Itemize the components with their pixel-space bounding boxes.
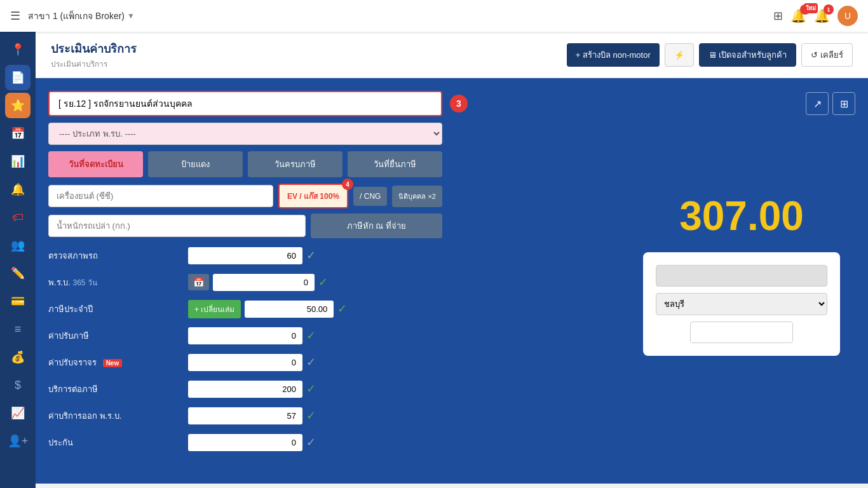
calendar-button[interactable]: 📅 [188,274,209,290]
sidebar-item-location[interactable]: 📍 [5,37,31,62]
annual-tax-check-icon: ✓ [337,302,347,316]
field-input-wrap-insurance: ✓ [188,434,506,451]
prb-check-icon: ✓ [318,275,328,289]
field-input-wrap-issue-prb: ✓ [188,407,506,424]
inspect-input[interactable] [188,247,302,264]
notification-alert[interactable]: 🔔 1 [814,8,830,24]
red-plate-button[interactable]: ป้ายแดง [148,151,243,177]
change-book-button[interactable]: + เปลี่ยนเล่ม [188,300,241,318]
content-wrapper: 3 ↗ ⊞ ---- ประเภท พ.รบ. ---- วันที่จดทะเ… [48,91,855,454]
annual-tax-input[interactable] [245,301,334,318]
sidebar-item-dollar[interactable]: $ [5,372,31,398]
juristic-button[interactable]: นิติบุคคล ×2 [392,186,442,207]
form-area: 3 ↗ ⊞ ---- ประเภท พ.รบ. ---- วันที่จดทะเ… [36,78,868,484]
field-input-wrap-inspect: ✓ [188,247,506,264]
traffic-fine-input[interactable] [188,354,302,371]
tax-fine-check-icon: ✓ [306,329,316,342]
topnav-right: ⊞ 🔔 1 ใหม่ 🔔 1 U [773,6,858,26]
plate-top-input[interactable] [656,265,827,287]
inspect-check-icon: ✓ [306,248,316,262]
sidebar-item-calendar[interactable]: 📅 [5,121,31,146]
sidebar-item-list[interactable]: ≡ [5,316,31,342]
insurance-input[interactable] [188,434,302,451]
table-row: บริการต่อภาษี ✓ [48,377,506,401]
export-icon-button[interactable]: ↗ [806,92,829,115]
field-input-wrap-tax-fine: ✓ [188,327,506,344]
sidebar-item-star[interactable]: ⭐ [5,93,31,118]
search-input-wrap: 3 [48,91,442,116]
field-input-wrap-service-tax: ✓ [188,381,506,398]
field-label-insurance: ประกัน [48,436,188,449]
grid-view-icon-button[interactable]: ⊞ [832,92,855,115]
weight-input[interactable] [48,215,306,237]
right-panel: 307.00 ชลบุรี [643,193,840,356]
tax-fine-input[interactable] [188,327,302,344]
topnav: ☰ สาขา 1 (แพ็กเกจ Broker) ▼ ⊞ 🔔 1 ใหม่ 🔔… [0,0,868,32]
sidebar-item-users[interactable]: 👥 [5,233,31,258]
branch-label: สาขา 1 (แพ็กเกจ Broker) ▼ [28,9,135,23]
flash-button[interactable]: ⚡ [665,43,694,67]
engine-cc-input[interactable] [48,185,273,207]
search-badge: 3 [450,95,468,112]
sidebar-item-chart[interactable]: 📊 [5,149,31,174]
sidebar-item-barchart[interactable]: 📈 [5,400,31,426]
create-bill-button[interactable]: + สร้างบิล non-motor [567,43,660,67]
ev-button-wrap: EV / แก๊ส 100% 4 [278,184,348,208]
table-row: พ.ร.บ. 365 วัน 📅 ✓ [48,270,506,294]
date-row: วันที่จดทะเบียน ป้ายแดง วันครบภาษี วันที… [48,151,442,177]
grid-icon[interactable]: ⊞ [773,9,783,23]
clear-button[interactable]: ↺ เคลียร์ [801,43,853,67]
page-title-block: ประเมินค่าบริการ ประเมินค่าบริการ [51,39,137,70]
engine-row: EV / แก๊ส 100% 4 / CNG นิติบุคคล ×2 [48,184,442,208]
weight-row: ภาษีหัก ณ ที่จ่าย [48,214,442,238]
service-tax-input[interactable] [188,381,302,398]
table-row: ประกัน ✓ [48,430,506,454]
sidebar-item-adduser[interactable]: 👤+ [5,428,31,454]
table-row: ค่าบริการออก พ.ร.บ. ✓ [48,403,506,428]
field-input-wrap-traffic-fine: ✓ [188,354,506,371]
page-subtitle: ประเมินค่าบริการ [51,58,137,70]
form-top-icons: ↗ ⊞ [806,92,855,115]
cng-button[interactable]: / CNG [353,187,387,206]
ev-button[interactable]: EV / แก๊ส 100% [278,184,348,208]
sidebar-item-money[interactable]: 💰 [5,344,31,370]
field-label-traffic-fine: ค่าปรับจราจร New [48,356,188,369]
sidebar-item-edit[interactable]: ✏️ [5,261,31,286]
issue-prb-input[interactable] [188,407,302,424]
page-header: ประเมินค่าบริการ ประเมินค่าบริการ + สร้า… [36,32,868,78]
submit-date-button[interactable]: วันที่ยื่นภาษี [348,151,442,177]
search-input[interactable] [48,91,442,116]
dropdown-row: ---- ประเภท พ.รบ. ---- [48,123,442,145]
tax-deduct-button[interactable]: ภาษีหัก ณ ที่จ่าย [311,214,442,238]
notification-bell[interactable]: 🔔 1 ใหม่ [790,8,806,24]
table-row: ภาษีประจำปี + เปลี่ยนเล่ม ✓ [48,297,506,321]
table-row: ค่าปรับภาษี ✓ [48,323,506,348]
plate-box: ชลบุรี [643,252,840,356]
main-content: ประเมินค่าบริการ ประเมินค่าบริการ + สร้า… [36,32,868,488]
expire-date-button[interactable]: วันครบภาษี [248,151,342,177]
menu-icon[interactable]: ☰ [10,9,20,23]
province-select[interactable]: ชลบุรี [656,293,827,315]
field-rows: ตรวจสภาพรถ ✓ พ.ร.บ. 365 วัน 📅 [48,243,506,454]
insurance-check-icon: ✓ [306,435,316,449]
main-layout: 📍 📄 ⭐ 📅 📊 🔔 🏷 👥 ✏️ 💳 ≡ 💰 $ 📈 👤+ ประเมินค… [0,32,868,488]
search-row: 3 ↗ ⊞ [48,91,855,116]
prb-type-select[interactable]: ---- ประเภท พ.รบ. ---- [48,123,442,145]
prb-input[interactable] [213,274,315,291]
sidebar-item-bell[interactable]: 🔔 [5,177,31,202]
table-row: ตรวจสภาพรถ ✓ [48,243,506,268]
alert-count-badge: 1 [824,4,834,15]
avatar[interactable]: U [837,6,858,26]
topnav-left: ☰ สาขา 1 (แพ็กเกจ Broker) ▼ [10,9,773,23]
field-label-service-tax: บริการต่อภาษี [48,383,188,396]
sidebar-item-document[interactable]: 📄 [5,65,31,90]
display-customer-button[interactable]: 🖥 เปิดจอสำหรับลูกค้า [699,43,797,67]
field-input-wrap-tax: + เปลี่ยนเล่ม ✓ [188,300,506,318]
sidebar-item-tag[interactable]: 🏷 [5,205,31,230]
plate-bottom-input[interactable] [690,322,793,343]
field-label-issue-prb: ค่าบริการออก พ.ร.บ. [48,409,188,423]
new-badge: New [103,359,123,367]
sidebar-item-card[interactable]: 💳 [5,288,31,314]
prb-days-label: 365 วัน [72,278,97,287]
reg-date-button[interactable]: วันที่จดทะเบียน [48,151,143,177]
